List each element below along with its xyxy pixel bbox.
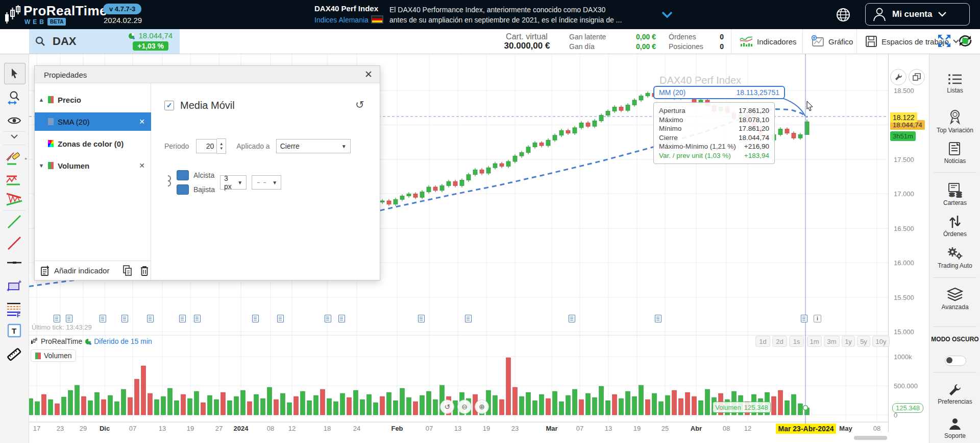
reset-settings-icon[interactable]: ↺	[355, 99, 364, 111]
delete-trash-icon[interactable]	[140, 265, 149, 276]
expand-description-chevron[interactable]	[662, 11, 673, 20]
add-indicator-label[interactable]: Añadir indicador	[54, 266, 109, 275]
visibility-tool-button[interactable]	[0, 116, 29, 125]
timeframe-10y[interactable]: 10y	[872, 336, 890, 347]
news-doc-icon[interactable]	[418, 315, 425, 322]
news-doc-icon[interactable]	[66, 315, 72, 322]
price-tick-label: 18.500	[894, 87, 914, 95]
language-globe-icon[interactable]	[836, 8, 850, 22]
bullish-color-swatch[interactable]	[177, 170, 189, 180]
account-menu-button[interactable]: Mi cuenta	[865, 3, 970, 26]
workspaces-button[interactable]: Espacios de trabajo	[856, 29, 974, 54]
sidebar-item-ordenes[interactable]: Órdenes	[929, 215, 980, 238]
timeframe-1m[interactable]: 1m	[807, 336, 822, 347]
sidebar-item-avanzada[interactable]: Avanzada	[929, 288, 980, 311]
collapse-caret-icon[interactable]: ▲	[35, 97, 48, 103]
zoom-reset-button[interactable]: ↺	[440, 400, 454, 414]
period-stepper[interactable]: ▲▼	[217, 138, 226, 154]
news-doc-icon[interactable]	[465, 315, 472, 322]
zigzag-pattern-tool-button[interactable]	[0, 172, 29, 188]
fibonacci-tool-button[interactable]: F	[0, 302, 29, 317]
indicators-button[interactable]: Indicadores	[731, 29, 805, 54]
line-style-select[interactable]: －－▼	[252, 175, 281, 190]
news-doc-icon[interactable]	[100, 315, 106, 322]
instrument-search[interactable]: DAX 18.044,74 +1,03 %	[29, 29, 180, 54]
news-doc-icon[interactable]	[121, 315, 128, 322]
timeframe-2d[interactable]: 2d	[772, 336, 787, 347]
delay-label[interactable]: Diferido de 15 min	[94, 337, 152, 345]
chart-settings-wrench-button[interactable]	[890, 69, 906, 85]
news-doc-icon[interactable]	[655, 315, 662, 322]
tree-item-volumen[interactable]: ▼ Volumen ✕	[35, 156, 151, 175]
volume-pane-label[interactable]: Volumen	[31, 349, 76, 362]
indicator-checkbox[interactable]: ✓	[164, 101, 174, 110]
price-axis[interactable]: 18.50017.50017.00016.50016.00015.50015.0…	[888, 54, 929, 432]
dialog-close-icon[interactable]: ✕	[364, 68, 373, 80]
timeframe-1y[interactable]: 1y	[842, 336, 855, 347]
news-doc-icon[interactable]	[277, 315, 284, 322]
session-countdown-badge: 3h51m	[890, 131, 916, 141]
news-doc-icon[interactable]	[194, 315, 201, 322]
sma-swatch-icon	[48, 118, 54, 125]
timeframe-1s[interactable]: 1s	[789, 336, 804, 347]
news-doc-icon[interactable]	[147, 315, 154, 322]
info-marker-icon[interactable]: i	[814, 315, 821, 322]
add-indicator-icon[interactable]	[40, 265, 50, 276]
tree-item-zonas[interactable]: Zonas de color (0)	[35, 134, 151, 153]
news-doc-icon[interactable]	[252, 315, 259, 322]
timeframe-1d[interactable]: 1d	[755, 336, 770, 347]
ruler-tool-button[interactable]	[0, 346, 29, 363]
fullscreen-button[interactable]	[937, 34, 951, 50]
dialog-header[interactable]: Propiedades ✕	[35, 66, 380, 83]
duplicate-window-button[interactable]	[909, 69, 925, 85]
tree-item-precio[interactable]: ▲ Precio	[35, 90, 151, 109]
eye-icon	[8, 116, 21, 125]
trendline-down-tool-button[interactable]	[0, 236, 29, 251]
sync-refresh-button[interactable]	[958, 34, 973, 50]
zoom-out-button[interactable]: ⊖	[457, 400, 472, 414]
line-thickness-select[interactable]: 3 px▼	[220, 175, 247, 190]
news-doc-icon[interactable]	[801, 315, 807, 322]
expand-caret-icon[interactable]: ▼	[35, 162, 48, 169]
remove-indicator-icon[interactable]: ✕	[139, 118, 145, 126]
link-colors-icon[interactable]	[164, 175, 172, 190]
news-doc-icon[interactable]	[569, 315, 575, 322]
news-doc-icon[interactable]	[179, 315, 186, 322]
app-title[interactable]: ProRealTime	[23, 3, 107, 19]
text-tool-button[interactable]: T	[0, 323, 29, 338]
remove-indicator-icon[interactable]: ✕	[139, 161, 145, 170]
news-doc-icon[interactable]	[338, 315, 345, 322]
sidebar-item-noticias[interactable]: Noticias	[929, 142, 980, 165]
triangle-pattern-tool-button[interactable]	[0, 191, 29, 208]
rectangle-tool-button[interactable]: ++	[0, 279, 29, 293]
zoom-in-button[interactable]: ⊕	[475, 400, 489, 414]
chart-button[interactable]: Gráfico	[802, 29, 861, 54]
cursor-tool-button[interactable]	[4, 63, 26, 84]
horizontal-scrollbar[interactable]	[854, 436, 887, 440]
expand-tools-button[interactable]	[0, 134, 29, 139]
sidebar-item-carteras[interactable]: Carteras	[929, 182, 980, 206]
search-value[interactable]: DAX	[53, 35, 76, 48]
timeframe-3m[interactable]: 3m	[824, 336, 840, 347]
instrument-category-link[interactable]: Indices Alemania	[314, 16, 369, 24]
sidebar-item-preferencias[interactable]: Preferencias	[929, 383, 980, 405]
sidebar-item-trading-auto[interactable]: Trading Auto	[929, 245, 980, 269]
sidebar-item-soporte[interactable]: Soporte	[929, 417, 980, 439]
zoom-horizontal-tool-button[interactable]	[0, 90, 29, 106]
timeframe-5y[interactable]: 5y	[857, 336, 870, 347]
bearish-color-swatch[interactable]	[177, 184, 189, 195]
sidebar-item-top-variacion[interactable]: Top Variación	[929, 109, 980, 134]
trendline-up-tool-button[interactable]	[0, 214, 29, 229]
sidebar-item-listas[interactable]: Listas	[929, 73, 980, 94]
tree-item-sma20[interactable]: SMA (20) ✕	[35, 112, 151, 131]
news-doc-icon[interactable]	[54, 315, 60, 322]
news-doc-icon[interactable]	[325, 315, 331, 322]
dark-mode-toggle[interactable]	[945, 356, 966, 366]
freehand-draw-tool-button[interactable]	[0, 151, 29, 168]
period-input[interactable]: 20	[196, 139, 217, 153]
horizontal-line-tool-button[interactable]	[0, 260, 29, 265]
duplicate-icon[interactable]	[122, 265, 133, 276]
sidebar-item-label: Listas	[947, 87, 963, 94]
flyout-arrow-icon[interactable]: ▸	[25, 156, 28, 161]
applied-to-select[interactable]: Cierre▼	[276, 139, 351, 153]
